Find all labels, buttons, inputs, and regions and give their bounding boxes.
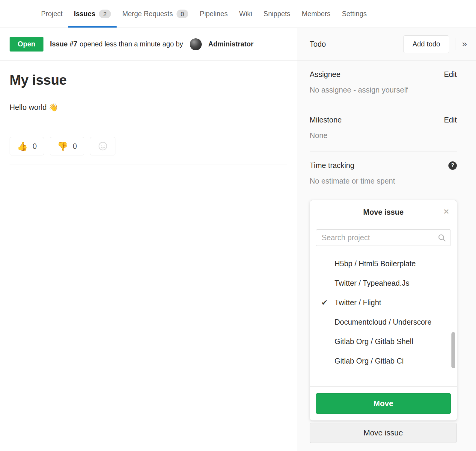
add-todo-button[interactable]: Add todo [403, 35, 449, 53]
issue-author[interactable]: Administrator [208, 40, 254, 48]
issue-sidebar: Todo Add todo » Assignee Edit No assigne… [297, 28, 476, 451]
close-icon[interactable]: ✕ [443, 208, 449, 215]
thumbs-down-button[interactable]: 👎 0 [50, 137, 84, 155]
status-badge: Open [10, 37, 43, 52]
issue-meta: Issue #7opened less than a minute ago by [50, 40, 183, 48]
issue-number: Issue #7 [50, 40, 77, 48]
move-issue-dropdown-title: Move issue [363, 208, 404, 216]
tab-pipelines[interactable]: Pipelines [194, 0, 233, 28]
tab-issues[interactable]: Issues 2 [68, 0, 117, 28]
project-option[interactable]: ✔ Twitter / Typeahead.Js [310, 273, 457, 293]
tab-project[interactable]: Project [35, 0, 68, 28]
time-tracking-section: Time tracking ? No estimate or time spen… [310, 152, 457, 197]
time-tracking-label: Time tracking [310, 161, 354, 170]
move-button[interactable]: Move [316, 393, 451, 414]
project-option[interactable]: ✔ Documentcloud / Underscore [310, 312, 457, 332]
move-issue-dropdown-header: Move issue ✕ [310, 200, 457, 223]
project-list: ✔ H5bp / Html5 Boilerplate ✔ Twitter / T… [310, 246, 457, 386]
tab-settings[interactable]: Settings [336, 0, 372, 28]
project-search [316, 229, 451, 246]
divider [10, 125, 287, 125]
issue-main-column: Open Issue #7opened less than a minute a… [0, 28, 297, 451]
tab-snippets[interactable]: Snippets [258, 0, 296, 28]
issues-count-badge: 2 [99, 10, 111, 18]
issue-opened-text: opened less than a minute ago by [80, 40, 183, 48]
project-option[interactable]: ✔ H5bp / Html5 Boilerplate [310, 254, 457, 273]
page-title: My issue [10, 72, 287, 88]
milestone-edit-link[interactable]: Edit [444, 116, 457, 124]
scrollbar-thumb[interactable] [451, 332, 455, 368]
assignee-section: Assignee Edit No assignee - assign yours… [310, 61, 457, 106]
thumbs-up-count: 0 [33, 142, 37, 151]
issue-header: Open Issue #7opened less than a minute a… [0, 28, 297, 61]
check-icon: ✔ [321, 298, 335, 307]
assign-yourself-link[interactable]: assign yourself [358, 86, 408, 94]
milestone-value: None [310, 131, 457, 140]
award-emoji-row: 👍 0 👎 0 [10, 137, 287, 155]
add-reaction-button[interactable] [90, 137, 115, 155]
divider [456, 38, 456, 50]
avatar[interactable] [190, 38, 202, 50]
assignee-label: Assignee [310, 70, 341, 79]
search-project-input[interactable] [316, 229, 451, 246]
project-option[interactable]: ✔ Gitlab Org / Gitlab Shell [310, 332, 457, 351]
project-option[interactable]: ✔ Gitlab Org / Gitlab Ci [310, 351, 457, 371]
thumbs-up-icon: 👍 [17, 142, 28, 151]
project-navigation: Project Issues 2 Merge Requests 0 Pipeli… [0, 0, 476, 28]
tab-wiki[interactable]: Wiki [234, 0, 258, 28]
move-issue-dropdown: Move issue ✕ ✔ H5bp / Html5 Boilerplate … [310, 200, 457, 421]
time-tracking-value: No estimate or time spent [310, 177, 457, 185]
tab-members[interactable]: Members [296, 0, 336, 28]
todo-section: Todo Add todo » [297, 28, 476, 61]
merge-requests-count-badge: 0 [177, 10, 189, 18]
move-issue-button[interactable]: Move issue [310, 423, 457, 443]
assignee-value: No assignee - assign yourself [310, 86, 457, 94]
help-icon[interactable]: ? [448, 161, 457, 170]
issue-content: My issue Hello world 👋 👍 0 👎 0 [0, 61, 297, 164]
collapse-sidebar-icon[interactable]: » [462, 39, 467, 49]
smiley-icon [98, 141, 108, 151]
move-issue-dropdown-footer: Move [310, 386, 457, 420]
divider [10, 164, 287, 164]
thumbs-down-count: 0 [73, 142, 77, 151]
thumbs-down-icon: 👎 [57, 142, 68, 151]
search-icon [438, 234, 446, 242]
milestone-label: Milestone [310, 116, 342, 124]
issue-description: Hello world 👋 [10, 103, 287, 112]
project-option-selected[interactable]: ✔ Twitter / Flight [310, 293, 457, 312]
todo-label: Todo [310, 40, 326, 49]
assignee-edit-link[interactable]: Edit [444, 70, 457, 79]
thumbs-up-button[interactable]: 👍 0 [10, 137, 44, 155]
tab-merge-requests[interactable]: Merge Requests 0 [117, 0, 194, 28]
milestone-section: Milestone Edit None [310, 106, 457, 152]
